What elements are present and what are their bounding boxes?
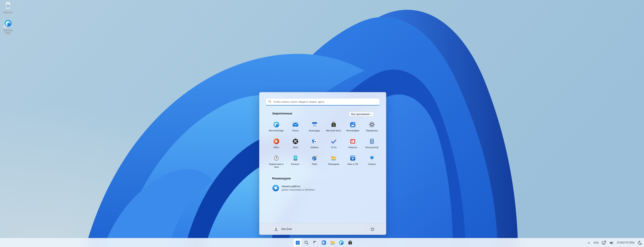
taskbar-file-explorer-button[interactable] [329, 239, 337, 246]
input-language-indicator[interactable]: РУС [593, 239, 600, 246]
pinned-app-label: Будильники и часы [267, 163, 286, 168]
tray-overflow-button[interactable] [586, 239, 592, 246]
pinned-app-photos[interactable]: Фотографии [343, 120, 362, 137]
pinned-app-label: Xbox [286, 146, 305, 149]
recommended-section-title: Рекомендуем [272, 177, 291, 180]
pinned-app-movies[interactable]: Кино и ТВ [343, 153, 362, 170]
notepad-icon [292, 155, 298, 161]
taskbar-center-buttons [294, 239, 354, 246]
pinned-app-label: Советы [362, 163, 382, 166]
all-apps-button[interactable]: Все приложения › [349, 112, 374, 117]
pinned-app-notepad[interactable]: Блокнот [286, 153, 305, 170]
pinned-app-calendar[interactable]: Календарь [305, 120, 324, 137]
taskbar-edge-button[interactable] [338, 239, 346, 246]
user-name: Alex Exler [281, 228, 292, 230]
store-icon [330, 121, 337, 128]
chevron-up-icon [587, 241, 591, 244]
pinned-app-label: Paint [305, 163, 324, 166]
pinned-app-settings[interactable]: Параметры [362, 120, 382, 137]
solitaire-icon [311, 138, 318, 145]
tips-icon [369, 155, 375, 161]
pinned-app-label: Калькулятор [362, 146, 382, 149]
windows-desktop: { "colors": { "accent": "#0067c0", "task… [0, 0, 644, 247]
pinned-section-title: Закрепленные [272, 112, 292, 115]
paint-icon [311, 155, 318, 161]
pinned-app-tips[interactable]: Советы [362, 153, 382, 170]
pinned-app-label: Solitaire [305, 146, 324, 149]
taskbar-search-button[interactable] [302, 239, 310, 246]
todo-icon [330, 138, 337, 145]
pinned-app-todo[interactable]: To Do [324, 137, 343, 153]
settings-icon [369, 121, 375, 128]
pinned-app-label: Кино и ТВ [343, 163, 362, 166]
movies-icon [350, 155, 356, 161]
pinned-app-label: Office [267, 146, 286, 149]
desktop-icon-edge-shortcut[interactable]: Microsoft Edge [0, 19, 16, 34]
recommended-list: Начало работы Добро пожаловать в Windows [269, 182, 329, 194]
edge-icon [273, 121, 280, 128]
start-icon [295, 240, 300, 245]
moon-icon [638, 240, 642, 245]
taskbar: РУС 17:02 17.07.2021 [0, 238, 644, 247]
tray-date: 17.07.2021 [623, 241, 635, 244]
power-button[interactable] [369, 226, 376, 232]
taskbar-widgets-button[interactable] [320, 239, 328, 246]
focus-assist-button[interactable] [637, 239, 643, 246]
edge-icon [339, 240, 344, 245]
network-tray-button[interactable] [601, 239, 607, 246]
pinned-app-store[interactable]: Microsoft Store [324, 120, 343, 137]
search-icon [268, 100, 271, 104]
photos-icon [350, 121, 356, 128]
xbox-icon [292, 138, 298, 145]
power-icon [370, 227, 374, 231]
pinned-app-office[interactable]: Office [267, 137, 286, 153]
explorer-icon [330, 240, 335, 245]
start-menu: Закрепленные Все приложения › Microsoft … [259, 92, 386, 235]
taskbar-start-button[interactable] [294, 239, 302, 246]
clock-tray-button[interactable]: 17:02 17.07.2021 [616, 239, 635, 246]
pinned-app-explorer[interactable]: Проводник [324, 153, 343, 170]
pinned-app-paint[interactable]: Paint [305, 153, 324, 170]
calendar-icon [311, 121, 318, 128]
tray-time: 17:02 [617, 241, 623, 244]
explorer-icon [330, 155, 337, 161]
get-started-icon [272, 184, 279, 192]
user-profile-button[interactable]: Alex Exler [272, 225, 294, 233]
pinned-app-mail[interactable]: Почта [286, 120, 305, 137]
mail-icon [292, 121, 298, 128]
store-icon [348, 240, 353, 245]
pinned-app-label: To Do [324, 146, 343, 149]
chevron-right-icon: › [371, 113, 372, 115]
desktop-icon-label: Корзина [4, 11, 12, 13]
widgets-icon [321, 240, 326, 245]
network-icon [602, 240, 606, 245]
recommended-item-subtitle: Добро пожаловать в Windows [282, 188, 315, 191]
search-input[interactable] [273, 100, 377, 103]
volume-tray-button[interactable] [608, 239, 614, 246]
start-search-box[interactable] [266, 98, 380, 105]
recycle-bin-icon [4, 1, 12, 10]
system-tray: РУС 17:02 17.07.2021 [586, 238, 643, 247]
calculator-icon [369, 138, 375, 145]
recommended-item-get-started[interactable]: Начало работы Добро пожаловать в Windows [269, 182, 329, 194]
pinned-app-news[interactable]: Новости [343, 137, 362, 153]
pinned-app-alarms[interactable]: Будильники и часы [267, 153, 286, 170]
taskbar-store-button[interactable] [346, 239, 354, 246]
pinned-app-label: Проводник [324, 163, 343, 166]
user-avatar [273, 226, 279, 232]
task-view-icon [312, 240, 318, 245]
pinned-app-label: Microsoft Store [324, 129, 343, 132]
news-icon [350, 138, 356, 145]
pinned-app-edge[interactable]: Microsoft Edge [267, 120, 286, 137]
pinned-app-xbox[interactable]: Xbox [286, 137, 305, 153]
pinned-app-label: Календарь [305, 129, 324, 132]
pinned-app-label: Почта [286, 129, 305, 132]
taskbar-task-view-button[interactable] [311, 239, 319, 246]
pinned-app-label: Фотографии [343, 129, 362, 132]
edge-shortcut-icon [4, 19, 12, 28]
pinned-app-calculator[interactable]: Калькулятор [362, 137, 382, 153]
start-menu-footer: Alex Exler [260, 223, 386, 235]
pinned-app-label: Microsoft Edge [267, 129, 286, 132]
desktop-icon-recycle-bin[interactable]: Корзина [0, 1, 16, 13]
pinned-app-solitaire[interactable]: Solitaire [305, 137, 324, 153]
